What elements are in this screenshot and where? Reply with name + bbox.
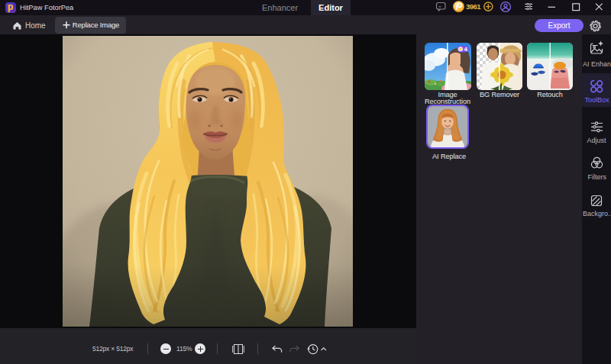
svg-text:Adjust: Adjust xyxy=(587,137,607,144)
svg-text:Filters: Filters xyxy=(588,173,607,181)
svg-text:Backgro...: Backgro... xyxy=(583,210,611,217)
svg-text:3961: 3961 xyxy=(466,2,481,11)
svg-text:ToolBox: ToolBox xyxy=(585,96,610,104)
svg-text:4: 4 xyxy=(464,46,468,53)
svg-text:AI Enhan...: AI Enhan... xyxy=(583,60,611,68)
